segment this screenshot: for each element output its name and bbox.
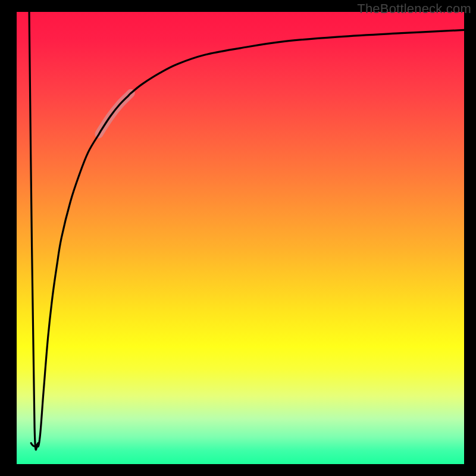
chart-frame: TheBottleneck.com [0,0,476,476]
curve-layer [17,12,464,464]
watermark-text: TheBottleneck.com [357,1,471,17]
plot-area [17,12,464,464]
bottleneck-curve [29,12,464,450]
